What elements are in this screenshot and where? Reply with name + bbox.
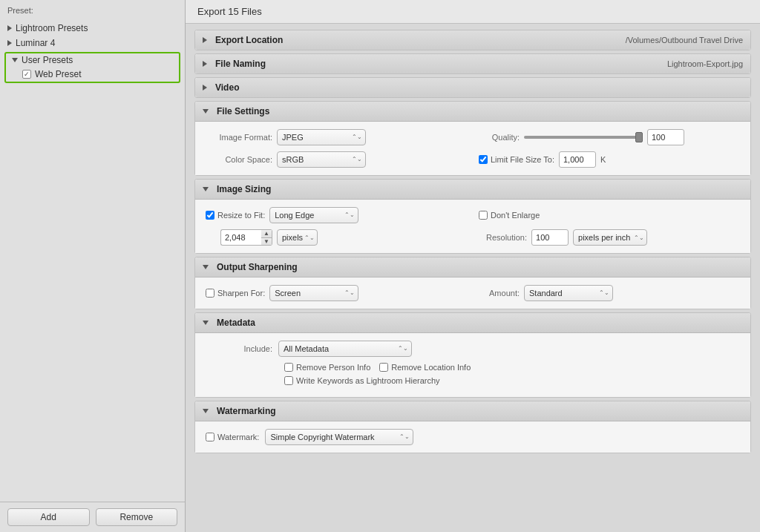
include-select[interactable]: All Metadata [278,341,412,357]
size-step-up[interactable]: ▲ [261,230,272,238]
size-input-stepper: ▲ ▼ [220,229,272,246]
main-header: Export 15 Files [186,0,760,24]
watermark-label: Watermark: [217,433,259,441]
add-button[interactable]: Add [7,508,90,526]
lightroom-presets-group: Lightroom Presets [0,21,185,36]
export-location-triangle [203,37,207,43]
resize-fit-checkbox[interactable] [206,211,214,220]
lightroom-presets-header[interactable]: Lightroom Presets [0,21,185,36]
limit-file-size-checkbox-label[interactable]: Limit File Size To: [479,155,554,164]
limit-file-size-col: Limit File Size To: K [479,151,740,168]
limit-file-size-label: Limit File Size To: [491,155,554,164]
amount-select[interactable]: Standard [524,285,613,301]
resolution-label: Resolution: [486,233,527,242]
size-input[interactable] [220,229,261,246]
image-format-col: Image Format: JPEG [206,129,467,145]
watermark-checkbox-label[interactable]: Watermark: [206,433,259,441]
image-sizing-header-left: Image Sizing [203,184,271,194]
write-keywords-label[interactable]: Write Keywords as Lightroom Hierarchy [284,376,440,385]
dont-enlarge-checkbox[interactable] [479,211,488,220]
resize-fit-checkbox-label[interactable]: Resize to Fit: [206,211,265,220]
output-sharpening-header[interactable]: Output Sharpening [195,257,750,278]
remove-person-info-text: Remove Person Info [296,363,370,372]
file-settings-header[interactable]: File Settings [195,102,750,122]
file-settings-row2: Color Space: sRGB Limit File Size To: [206,151,740,168]
lightroom-presets-label: Lightroom Presets [16,23,88,33]
remove-button[interactable]: Remove [96,508,178,526]
metadata-header[interactable]: Metadata [195,313,750,333]
include-label: Include: [206,344,272,353]
remove-person-info-label[interactable]: Remove Person Info [284,363,370,372]
sharpen-for-col: Sharpen For: Screen [206,285,467,301]
resize-fit-select-wrapper: Long Edge [269,207,358,223]
image-sizing-row2: ▲ ▼ pixels Resolution: [206,229,740,246]
file-naming-triangle [203,61,207,67]
sharpen-for-select-wrapper: Screen [269,285,358,301]
user-presets-header[interactable]: User Presets [6,53,179,67]
video-header[interactable]: Video [195,78,750,97]
file-naming-panel: File Naming Lightroom-Export.jpg [194,53,751,74]
web-preset-label: Web Preset [35,69,81,79]
sharpen-for-checkbox[interactable] [206,289,214,298]
quality-label: Quality: [479,133,520,142]
remove-location-info-label[interactable]: Remove Location Info [379,363,471,372]
color-space-select[interactable]: sRGB [277,151,366,168]
color-space-col: Color Space: sRGB [206,151,467,168]
write-keywords-checkbox[interactable] [284,376,293,385]
limit-file-size-input[interactable] [559,151,596,168]
export-location-panel: Export Location /Volumes/Outbound Travel… [194,30,751,50]
remove-location-info-text: Remove Location Info [391,363,471,372]
size-step-down[interactable]: ▼ [261,238,272,246]
watermark-checkbox[interactable] [206,433,214,441]
sharpen-for-select[interactable]: Screen [269,285,358,301]
amount-col: Amount: Standard [479,285,740,301]
image-format-label: Image Format: [206,133,272,142]
resolution-input[interactable] [531,229,569,246]
remove-location-info-checkbox[interactable] [379,363,388,372]
sharpen-for-checkbox-label[interactable]: Sharpen For: [206,289,265,298]
export-location-path: /Volumes/Outbound Travel Drive [626,36,743,45]
web-preset-checkbox[interactable] [22,70,31,79]
metadata-panel: Metadata Include: All Metadata [194,312,751,398]
size-unit-select[interactable]: pixels [277,229,318,246]
output-sharpening-triangle [203,265,209,269]
output-sharpening-panel: Output Sharpening Sharpen For: Scr [194,257,751,309]
image-format-select[interactable]: JPEG [277,129,366,145]
color-space-label: Color Space: [206,155,272,164]
file-naming-value: Lightroom-Export.jpg [667,59,743,68]
quality-input[interactable] [647,129,684,145]
video-title: Video [215,82,239,93]
quality-slider[interactable] [524,136,643,139]
watermark-select[interactable]: Simple Copyright Watermark [265,429,413,445]
color-space-select-wrapper: sRGB [277,151,366,168]
file-settings-title: File Settings [217,106,269,116]
sidebar-content: Lightroom Presets Luminar 4 User Presets [0,18,185,502]
dont-enlarge-checkbox-label[interactable]: Don't Enlarge [479,211,540,220]
export-location-header[interactable]: Export Location /Volumes/Outbound Travel… [195,30,750,50]
resize-fit-select[interactable]: Long Edge [269,207,358,223]
metadata-title: Metadata [217,318,255,328]
watermarking-header[interactable]: Watermarking [195,401,750,421]
remove-checkboxes-row: Remove Person Info Remove Location Info [206,363,740,372]
web-preset-item[interactable]: Web Preset [6,67,179,82]
size-stepper-buttons: ▲ ▼ [261,229,272,246]
include-select-wrapper: All Metadata [278,341,412,357]
sharpen-for-label: Sharpen For: [217,289,265,298]
image-sizing-header[interactable]: Image Sizing [195,180,750,200]
amount-label: Amount: [479,289,520,298]
remove-person-info-checkbox[interactable] [284,363,293,372]
metadata-header-left: Metadata [203,318,255,328]
sidebar-footer: Add Remove [0,502,185,532]
file-naming-header[interactable]: File Naming Lightroom-Export.jpg [195,54,750,73]
image-format-select-wrapper: JPEG [277,129,366,145]
watermarking-body: Watermark: Simple Copyright Watermark [195,421,750,453]
dont-enlarge-label: Don't Enlarge [491,211,540,220]
file-settings-triangle [203,109,209,114]
luminar4-header[interactable]: Luminar 4 [0,36,185,50]
file-naming-header-left: File Naming [203,59,266,69]
user-presets-group: User Presets Web Preset [0,52,185,83]
main-content: Export 15 Files Export Location /Volumes… [186,0,760,532]
export-location-header-left: Export Location [203,35,283,45]
resolution-unit-select[interactable]: pixels per inch [573,229,647,246]
limit-file-size-checkbox[interactable] [479,155,488,164]
